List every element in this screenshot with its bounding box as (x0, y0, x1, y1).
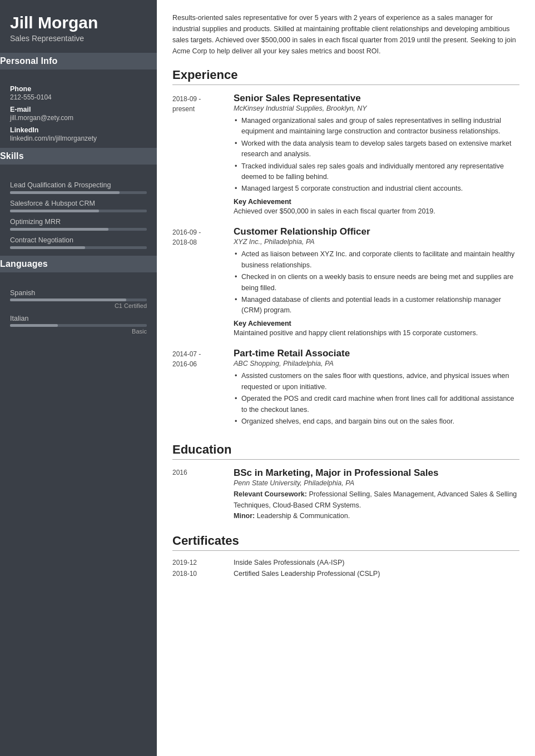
skill-item: Contract Negotiation (10, 236, 147, 249)
exp-content: Senior Sales Representative McKinsey Ind… (234, 93, 519, 216)
skills-section-title: Skills (0, 148, 167, 165)
main-content: Results-oriented sales representative fo… (157, 0, 535, 756)
language-bar-bg (10, 324, 147, 327)
bullet-item: Checked in on clients on a weekly basis … (234, 272, 519, 294)
bullet-item: Organized shelves, end caps, and bargain… (234, 416, 519, 427)
skill-bar-bg (10, 228, 147, 231)
education-container: 2016 BSc in Marketing, Major in Professi… (172, 467, 519, 521)
sidebar-header: Jill Morgan Sales Representative (0, 0, 157, 53)
certificates-section: Certificates 2019-12 Inside Sales Profes… (172, 534, 519, 578)
exp-date: 2016-09 -2018-08 (172, 226, 234, 338)
language-name: Spanish (10, 289, 147, 297)
skill-bar-fill (10, 210, 99, 212)
skill-item: Lead Qualification & Prospecting (10, 181, 147, 194)
skill-label: Optimizing MRR (10, 218, 147, 226)
linkedin-label: LinkedIn (10, 126, 147, 134)
experience-section: Experience 2018-09 -present Senior Sales… (172, 68, 519, 430)
edu-school: Penn State University, Philadelphia, PA (234, 479, 519, 487)
certificates-title: Certificates (172, 534, 519, 551)
email-value: jill.morgan@zety.com (10, 114, 147, 122)
candidate-name: Jill Morgan (10, 13, 147, 32)
bullet-item: Operated the POS and credit card machine… (234, 394, 519, 415)
experience-container: 2018-09 -present Senior Sales Representa… (172, 93, 519, 430)
personal-info-section-title: Personal Info (0, 53, 167, 69)
phone-value: 212-555-0104 (10, 93, 147, 101)
edu-date: 2016 (172, 467, 234, 521)
languages-section-title: Languages (0, 256, 167, 272)
skill-bar-bg (10, 210, 147, 212)
phone-label: Phone (10, 85, 147, 93)
exp-content: Customer Relationship Officer XYZ Inc., … (234, 226, 519, 338)
skills-section: Lead Qualification & Prospecting Salesfo… (0, 170, 157, 256)
experience-item: 2016-09 -2018-08 Customer Relationship O… (172, 226, 519, 338)
education-section: Education 2016 BSc in Marketing, Major i… (172, 442, 519, 521)
edu-detail-coursework: Relevant Coursework: Professional Sellin… (234, 489, 519, 511)
language-cert: C1 Certified (10, 302, 147, 309)
company-name: XYZ Inc., Philadelphia, PA (234, 238, 519, 246)
job-title: Customer Relationship Officer (234, 226, 519, 237)
exp-content: Part-time Retail Associate ABC Shopping,… (234, 348, 519, 430)
bullet-list: Managed organizational sales and group o… (234, 116, 519, 195)
exp-date: 2014-07 -2016-06 (172, 348, 234, 430)
certificate-item: 2018-10 Certified Sales Leadership Profe… (172, 570, 519, 578)
edu-detail-minor: Minor: Leadership & Communication. (234, 511, 519, 521)
skill-bar-bg (10, 191, 147, 194)
skill-bar-fill (10, 191, 120, 194)
achievement-text: Achieved over $500,000 in sales in each … (234, 206, 519, 217)
language-bar-bg (10, 299, 147, 301)
language-item: Spanish C1 Certified (10, 289, 147, 309)
skill-bar-bg (10, 246, 147, 249)
language-item: Italian Basic (10, 315, 147, 335)
experience-title: Experience (172, 68, 519, 85)
bullet-list: Assisted customers on the sales floor wi… (234, 371, 519, 427)
language-name: Italian (10, 315, 147, 322)
skill-label: Lead Qualification & Prospecting (10, 181, 147, 189)
edu-content: BSc in Marketing, Major in Professional … (234, 467, 519, 521)
cert-date: 2018-10 (172, 570, 234, 578)
job-title: Part-time Retail Associate (234, 348, 519, 359)
skill-item: Optimizing MRR (10, 218, 147, 231)
company-name: McKinsey Industrial Supplies, Brooklyn, … (234, 105, 519, 112)
email-label: E-mail (10, 106, 147, 113)
job-title: Senior Sales Representative (234, 93, 519, 104)
skill-bar-fill (10, 246, 85, 249)
bullet-item: Managed organizational sales and group o… (234, 116, 519, 137)
skill-label: Salesforce & Hubspot CRM (10, 200, 147, 207)
certificates-container: 2019-12 Inside Sales Professionals (AA-I… (172, 559, 519, 578)
achievement-label: Key Achievement (234, 198, 519, 206)
bullet-item: Worked with the data analysis team to de… (234, 138, 519, 160)
language-bar-fill (10, 299, 126, 301)
skill-item: Salesforce & Hubspot CRM (10, 200, 147, 212)
skill-label: Contract Negotiation (10, 236, 147, 244)
candidate-title: Sales Representative (10, 34, 147, 43)
language-bar-fill (10, 324, 58, 327)
language-cert: Basic (10, 328, 147, 335)
cert-name: Inside Sales Professionals (AA-ISP) (234, 559, 344, 566)
experience-item: 2014-07 -2016-06 Part-time Retail Associ… (172, 348, 519, 430)
bullet-item: Tracked individual sales rep sales goals… (234, 161, 519, 183)
bullet-list: Acted as liaison between XYZ Inc. and co… (234, 249, 519, 316)
cert-name: Certified Sales Leadership Professional … (234, 570, 380, 578)
languages-section: Spanish C1 Certified Italian Basic (0, 278, 157, 340)
education-title: Education (172, 442, 519, 460)
achievement-text: Maintained positive and happy client rel… (234, 328, 519, 339)
certificate-item: 2019-12 Inside Sales Professionals (AA-I… (172, 559, 519, 566)
linkedin-value: linkedin.com/in/jillmorganzety (10, 135, 147, 142)
sidebar: Jill Morgan Sales Representative Persona… (0, 0, 157, 756)
bullet-item: Managed database of clients and potentia… (234, 295, 519, 316)
skill-bar-fill (10, 228, 108, 231)
summary-text: Results-oriented sales representative fo… (172, 12, 519, 57)
bullet-item: Acted as liaison between XYZ Inc. and co… (234, 249, 519, 271)
bullet-item: Managed largest 5 corporate construction… (234, 183, 519, 194)
achievement-label: Key Achievement (234, 320, 519, 327)
bullet-item: Assisted customers on the sales floor wi… (234, 371, 519, 392)
exp-date: 2018-09 -present (172, 93, 234, 216)
edu-degree: BSc in Marketing, Major in Professional … (234, 467, 519, 479)
education-item: 2016 BSc in Marketing, Major in Professi… (172, 467, 519, 521)
experience-item: 2018-09 -present Senior Sales Representa… (172, 93, 519, 216)
cert-date: 2019-12 (172, 559, 234, 566)
personal-info-section: Phone 212-555-0104 E-mail jill.morgan@ze… (0, 75, 157, 148)
company-name: ABC Shopping, Philadelphia, PA (234, 360, 519, 367)
